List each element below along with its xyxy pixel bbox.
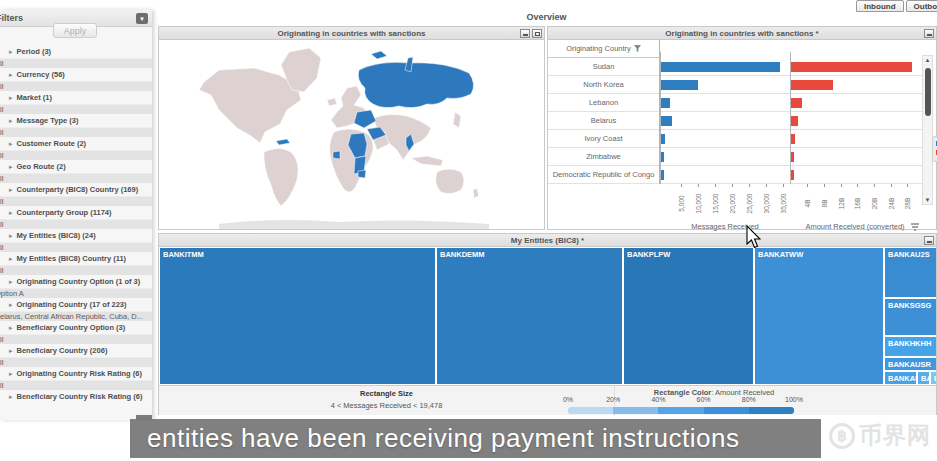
expand-arrow-icon[interactable]: ▸ (9, 370, 13, 378)
filter-item[interactable]: ▸Beneficiary Country (206) (0, 344, 152, 357)
filter-selected-value[interactable]: All (0, 81, 152, 91)
filter-selected-value[interactable]: All (0, 334, 152, 344)
expand-arrow-icon[interactable]: ▸ (9, 48, 13, 56)
filter-selected-value[interactable]: All (0, 150, 152, 160)
filter-selected-value[interactable]: All (0, 58, 152, 68)
filter-selected-value[interactable]: All (0, 380, 152, 390)
messages-received-bar[interactable] (661, 134, 665, 144)
amount-received-bar[interactable] (791, 170, 795, 180)
treemap-cell-bankhkhh[interactable]: BANKHKHH (884, 336, 936, 357)
filter-item[interactable]: ▸Period (3) (0, 45, 152, 58)
category-label: Zimbabwe (548, 148, 660, 166)
amount-received-bar[interactable] (791, 62, 912, 72)
expand-arrow-icon[interactable]: ▸ (9, 209, 13, 217)
treemap-cell-banksgsg[interactable]: BANKSGSG (884, 298, 936, 336)
filter-item[interactable]: ▸Originating Country (17 of 223) (0, 298, 152, 311)
treemap-cell-bankdemm[interactable]: BANKDEMM (436, 247, 623, 385)
expand-arrow-icon[interactable]: ▸ (9, 163, 13, 171)
amount-received-bar[interactable] (791, 152, 795, 162)
world-map[interactable] (159, 40, 544, 229)
treemap-cell-bankatww[interactable]: BANKATWW (754, 247, 884, 385)
filter-selected-value[interactable]: Belarus, Central African Republic, Cuba,… (0, 311, 152, 321)
expand-arrow-icon[interactable]: ▸ (9, 324, 13, 332)
scroll-down-icon[interactable]: ▼ (923, 197, 932, 203)
filter-selected-value[interactable]: All (0, 242, 152, 252)
filter-item[interactable]: ▸My Entities (BIC8) (24) (0, 229, 152, 242)
messages-received-bar[interactable] (661, 152, 665, 162)
map-russia (358, 62, 473, 107)
expand-arrow-icon[interactable]: ▸ (9, 186, 13, 194)
minimize-icon[interactable] (924, 236, 934, 245)
filter-item[interactable]: ▸Currency (56) (0, 68, 152, 81)
filter-item[interactable]: ▸Beneficiary Country Option (3) (0, 321, 152, 334)
filter-item[interactable]: ▸Customer Route (2) (0, 137, 152, 150)
filter-selected-value[interactable]: All (0, 265, 152, 275)
expand-arrow-icon[interactable]: ▸ (9, 347, 13, 355)
tab-outbound[interactable]: Outbound (906, 0, 937, 12)
filter-item[interactable]: ▸Beneficiary Country Risk Rating (6) (0, 390, 152, 403)
expand-arrow-icon[interactable]: ▸ (9, 301, 13, 309)
expand-arrow-icon[interactable]: ▸ (9, 140, 13, 148)
filter-selected-value[interactable]: All (0, 173, 152, 183)
filter-selected-value[interactable]: All (0, 196, 152, 206)
expand-arrow-icon[interactable]: ▸ (9, 94, 13, 102)
amount-received-bar[interactable] (791, 134, 795, 144)
treemap-cell-b[interactable]: B (930, 371, 936, 385)
filter-selected-value[interactable]: All (0, 357, 152, 367)
filter-item[interactable]: ▸Geo Route (2) (0, 160, 152, 173)
series-legend-collapsed[interactable] (932, 136, 937, 162)
expand-arrow-icon[interactable]: ▸ (9, 232, 13, 240)
filter-selected-value[interactable]: All (0, 219, 152, 229)
amount-received-bar[interactable] (791, 116, 799, 126)
column-header-originating-country[interactable]: Originating Country (548, 40, 660, 58)
expand-arrow-icon[interactable]: ▸ (9, 255, 13, 263)
expand-arrow-icon[interactable]: ▸ (9, 117, 13, 125)
expand-arrow-icon[interactable]: ▸ (9, 71, 13, 79)
treemap-cell-bankplpw[interactable]: BANKPLPW (623, 247, 754, 385)
filter-item[interactable]: ▸Counterparty Group (1174) (0, 206, 152, 219)
filter-selected-value[interactable]: Option A (0, 288, 152, 298)
map-svalbard (371, 51, 387, 59)
watermark-text: 币界网 (859, 420, 931, 451)
messages-received-bar[interactable] (661, 98, 671, 108)
filter-item[interactable]: ▸Originating Country Risk Rating (6) (0, 367, 152, 380)
messages-received-bar[interactable] (661, 62, 780, 72)
treemap-cell-bankitmm[interactable]: BANKITMM (159, 247, 436, 385)
expand-arrow-icon[interactable]: ▸ (9, 278, 13, 286)
vertical-scrollbar[interactable]: ▲ ▼ (922, 55, 933, 205)
messages-received-bar[interactable] (661, 80, 698, 90)
scale-percent-label: 40% (643, 396, 673, 403)
scrollbar-thumb[interactable] (925, 68, 931, 116)
messages-received-bar[interactable] (661, 116, 672, 126)
messages-received-bar[interactable] (661, 170, 665, 180)
filter-item[interactable]: ▸Counterparty (BIC8) Country (169) (0, 183, 152, 196)
filter-item[interactable]: ▸My Entities (BIC8) Country (11) (0, 252, 152, 265)
filter-selected-value[interactable]: All (0, 127, 152, 137)
treemap-cell-bankau2s[interactable]: BANKAU2S (884, 247, 936, 298)
axis-filter-funnel-icon[interactable] (911, 223, 919, 231)
filter-item[interactable]: ▸Market (1) (0, 91, 152, 104)
filter-selected-value[interactable]: All (0, 104, 152, 114)
maximize-icon[interactable] (532, 29, 542, 38)
filter-label: Beneficiary Country Risk Rating (6) (17, 392, 143, 401)
filter-item[interactable]: ▸Originating Country Option (1 of 3) (0, 275, 152, 288)
treemap-cell-bankau[interactable]: BANKAU (884, 371, 917, 385)
map-iceland (327, 98, 337, 106)
filter-item[interactable]: ▸Message Type (3) (0, 114, 152, 127)
minimize-icon[interactable] (520, 29, 530, 38)
treemap-cell-bankausr[interactable]: BANKAUSR (884, 357, 936, 371)
scroll-up-icon[interactable]: ▲ (923, 57, 932, 63)
filter-label: Originating Country Risk Rating (6) (17, 369, 142, 378)
treemap-cell-ba[interactable]: BA (917, 371, 930, 385)
amount-received-bar[interactable] (791, 80, 834, 90)
bar-row: Zimbabwe (548, 148, 922, 166)
filters-collapse-icon[interactable]: ▾ (136, 13, 148, 24)
bar-row: Belarus (548, 112, 922, 130)
tab-inbound[interactable]: Inbound (856, 0, 904, 12)
apply-button[interactable]: Apply (53, 23, 97, 38)
expand-arrow-icon[interactable]: ▸ (9, 393, 13, 401)
filter-funnel-icon[interactable] (634, 45, 641, 52)
filter-label: Geo Route (2) (17, 162, 66, 171)
minimize-icon[interactable] (924, 29, 934, 38)
amount-received-bar[interactable] (791, 98, 803, 108)
